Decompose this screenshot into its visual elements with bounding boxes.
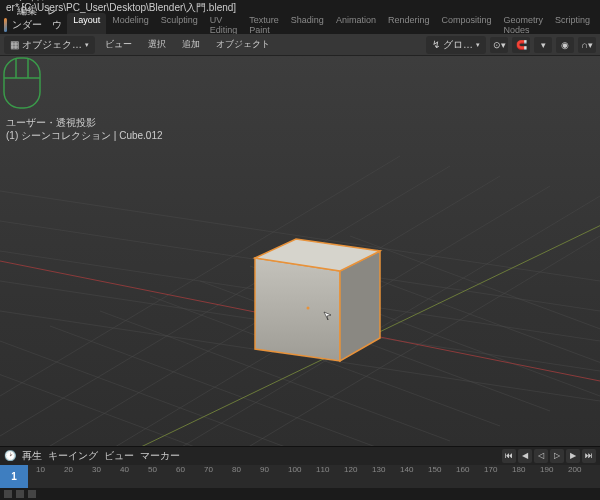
tick: 110 <box>316 465 329 474</box>
statusbar <box>0 488 600 500</box>
chevron-down-icon: ▾ <box>476 41 480 49</box>
status-icon <box>28 490 36 498</box>
clock-icon: 🕑 <box>4 450 16 461</box>
menu-編集[interactable]: 編集 <box>12 3 42 18</box>
tick: 40 <box>120 465 129 474</box>
select-menu[interactable]: 選択 <box>142 36 172 53</box>
mouse-indicator-icon <box>0 56 600 446</box>
playback-menu[interactable]: 再生 <box>22 449 42 463</box>
header-toolbar: ▦オブジェク…▾ ビュー 選択 追加 オブジェクト ↯グロ…▾ ⊙▾ 🧲 ▾ ◉… <box>0 34 600 56</box>
mode-dropdown[interactable]: ▦オブジェク…▾ <box>4 36 95 54</box>
object-menu[interactable]: オブジェクト <box>210 36 276 53</box>
status-icon <box>4 490 12 498</box>
play-button[interactable]: ▷ <box>550 449 564 463</box>
chevron-down-icon: ▾ <box>85 41 89 49</box>
tick: 200 <box>568 465 581 474</box>
timeline-ruler[interactable]: 1020304050607080901001101201301401501601… <box>28 465 600 488</box>
tick: 140 <box>400 465 413 474</box>
tick: 190 <box>540 465 553 474</box>
marker-menu[interactable]: マーカー <box>140 449 180 463</box>
tick: 130 <box>372 465 385 474</box>
keyframe-prev-button[interactable]: ◀ <box>518 449 532 463</box>
tick: 50 <box>148 465 157 474</box>
timeline-panel: 🕑 再生 キーイング ビュー マーカー ⏮ ◀ ◁ ▷ ▶ ⏭ 1 102030… <box>0 446 600 488</box>
tick: 20 <box>64 465 73 474</box>
orientation-dropdown[interactable]: ↯グロ…▾ <box>426 36 486 54</box>
tick: 30 <box>92 465 101 474</box>
blender-logo-icon <box>4 18 7 32</box>
tick: 160 <box>456 465 469 474</box>
jump-end-button[interactable]: ⏭ <box>582 449 596 463</box>
tick: 180 <box>512 465 525 474</box>
tick: 80 <box>232 465 241 474</box>
keyframe-next-button[interactable]: ▶ <box>566 449 580 463</box>
tick: 10 <box>36 465 45 474</box>
axis-icon: ↯ <box>432 39 440 50</box>
snap-dropdown[interactable]: ▾ <box>534 37 552 53</box>
cube-icon: ▦ <box>10 39 19 50</box>
proportional-toggle[interactable]: ◉ <box>556 37 574 53</box>
tick: 60 <box>176 465 185 474</box>
menubar: ァイル編集レンダーウィンドウヘルプ LayoutModelingSculptin… <box>0 16 600 34</box>
tick: 150 <box>428 465 441 474</box>
pivot-dropdown[interactable]: ⊙▾ <box>490 37 508 53</box>
tick: 90 <box>260 465 269 474</box>
tick: 70 <box>204 465 213 474</box>
tick: 170 <box>484 465 497 474</box>
status-icon <box>16 490 24 498</box>
proportional-dropdown[interactable]: ∩▾ <box>578 37 596 53</box>
3d-viewport[interactable]: ユーザー・透視投影 (1) シーンコレクション | Cube.012 <box>0 56 600 446</box>
view-menu[interactable]: ビュー <box>99 36 138 53</box>
jump-start-button[interactable]: ⏮ <box>502 449 516 463</box>
add-menu[interactable]: 追加 <box>176 36 206 53</box>
playback-controls: ⏮ ◀ ◁ ▷ ▶ ⏭ <box>502 449 596 463</box>
svg-rect-23 <box>4 58 40 108</box>
tick: 120 <box>344 465 357 474</box>
play-reverse-button[interactable]: ◁ <box>534 449 548 463</box>
tick: 100 <box>288 465 301 474</box>
keying-menu[interactable]: キーイング <box>48 449 98 463</box>
current-frame[interactable]: 1 <box>0 465 28 488</box>
tl-view-menu[interactable]: ビュー <box>104 449 134 463</box>
snap-toggle[interactable]: 🧲 <box>512 37 530 53</box>
